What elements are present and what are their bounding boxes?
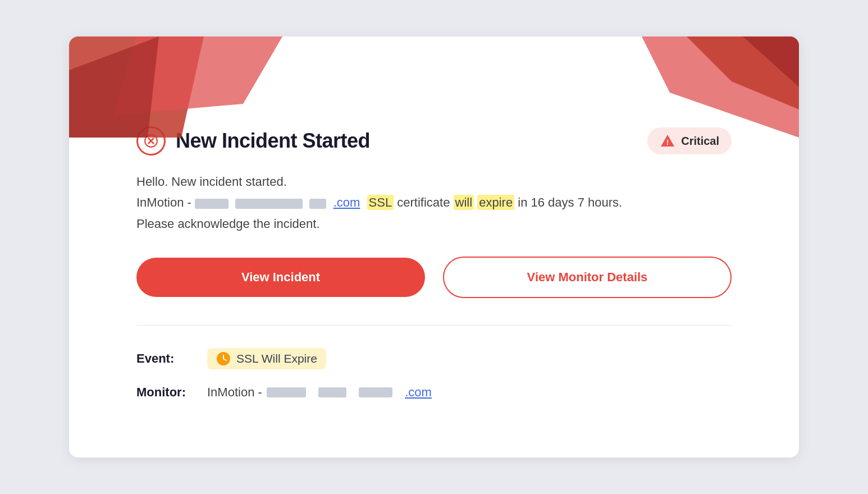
x-circle-icon xyxy=(144,134,158,148)
highlight-expire: expire xyxy=(477,195,514,210)
redacted-3 xyxy=(309,199,326,209)
body-line1: Hello. New incident started. xyxy=(136,171,732,192)
card-content: New Incident Started ! Critical Hello. N… xyxy=(69,93,799,449)
incident-title: New Incident Started xyxy=(176,129,370,153)
monitor-domain-link[interactable]: .com xyxy=(405,385,432,400)
view-monitor-details-button[interactable]: View Monitor Details xyxy=(443,257,732,298)
body-inmotion-prefix: InMotion - xyxy=(136,195,195,209)
redacted-2 xyxy=(235,199,303,209)
body-line2: InMotion - .com SSL certificate will exp… xyxy=(136,192,732,213)
highlight-will: will xyxy=(454,195,474,210)
monitor-redacted-3 xyxy=(359,387,392,397)
event-label: Event: xyxy=(136,351,198,366)
event-badge: SSL Will Expire xyxy=(207,348,326,369)
body-ssl-text: SSL certificate will expire in 16 days 7… xyxy=(363,195,622,210)
view-incident-button[interactable]: View Incident xyxy=(136,258,425,297)
monitor-prefix: InMotion - xyxy=(207,385,262,400)
monitor-redacted-1 xyxy=(267,387,306,397)
domain-link[interactable]: .com xyxy=(334,195,360,209)
monitor-redacted-2 xyxy=(318,387,346,397)
critical-badge-label: Critical xyxy=(681,135,719,148)
clock-icon xyxy=(216,351,231,366)
monitor-text: InMotion - .com xyxy=(207,385,432,400)
svg-text:!: ! xyxy=(666,139,669,147)
title-group: New Incident Started xyxy=(136,126,370,155)
error-icon xyxy=(136,126,166,155)
critical-badge: ! Critical xyxy=(647,127,732,154)
body-text: Hello. New incident started. InMotion - … xyxy=(136,171,732,234)
svg-marker-5 xyxy=(743,36,799,87)
header-row: New Incident Started ! Critical xyxy=(136,126,732,155)
highlight-ssl: SSL xyxy=(367,195,394,210)
button-row: View Incident View Monitor Details xyxy=(136,257,732,298)
monitor-row: Monitor: InMotion - .com xyxy=(136,385,732,400)
monitor-label: Monitor: xyxy=(136,385,198,400)
redacted-1 xyxy=(195,199,229,209)
body-line3: Please acknowledge the incident. xyxy=(136,213,732,234)
event-row: Event: SSL Will Expire xyxy=(136,348,732,369)
event-badge-text: SSL Will Expire xyxy=(236,352,317,365)
warning-icon: ! xyxy=(660,133,675,149)
divider xyxy=(136,325,732,326)
notification-card: New Incident Started ! Critical Hello. N… xyxy=(69,36,799,458)
